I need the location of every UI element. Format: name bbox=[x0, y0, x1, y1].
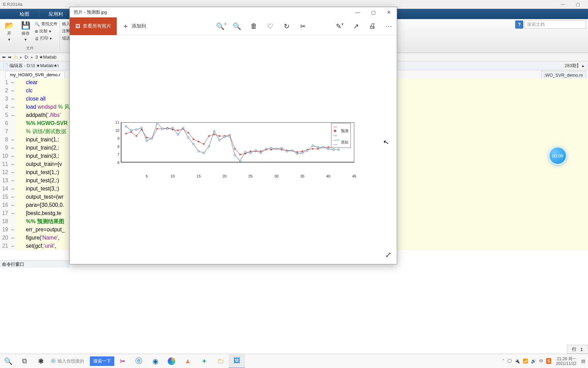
photos-toolbar: 🖼 查看所有照片 ＋ 添加到 🔍+ 🔍- 🗑 ♡ ↻ ✂ ✎ ▾ ↗ 🖨 ⋯ bbox=[70, 17, 397, 35]
status-bar: 行 1 bbox=[567, 345, 588, 354]
insert-button[interactable]: 插入 bbox=[62, 21, 70, 27]
tray-power-icon[interactable]: 🔌 bbox=[514, 358, 520, 364]
chart-plot bbox=[121, 122, 354, 163]
chart: —✱—预测 —○—原始 6789101151015202530354045 bbox=[113, 120, 354, 173]
svg-point-15 bbox=[203, 152, 205, 154]
doc-icon: 📄 bbox=[3, 63, 8, 68]
svg-point-3 bbox=[141, 127, 142, 129]
photos-maximize-button[interactable]: ▢ bbox=[365, 7, 381, 17]
svg-point-30 bbox=[281, 147, 282, 149]
tray-volume-icon[interactable]: 🔊 bbox=[531, 358, 536, 364]
app-ie[interactable]: ⓔ bbox=[131, 354, 147, 368]
svg-point-34 bbox=[301, 152, 303, 154]
photos-minimize-button[interactable]: — bbox=[350, 7, 365, 17]
view-all-photos-button[interactable]: 🖼 查看所有照片 bbox=[70, 17, 117, 35]
recording-timer[interactable]: 00:09 bbox=[549, 147, 567, 165]
svg-point-10 bbox=[177, 134, 179, 135]
open-button[interactable]: 📂开▾ bbox=[2, 21, 16, 42]
delete-button[interactable]: 🗑 bbox=[246, 22, 262, 30]
tray-notifications-icon[interactable]: ▤ bbox=[581, 358, 585, 364]
x-tick: 30 bbox=[274, 174, 278, 178]
ribbon-group-file-label: 文件 bbox=[26, 46, 34, 51]
svg-point-28 bbox=[271, 147, 272, 149]
y-tick: 9 bbox=[114, 136, 119, 140]
compare-button[interactable]: ≣ 比较 ▾ bbox=[35, 28, 58, 34]
svg-point-18 bbox=[218, 139, 220, 141]
svg-point-17 bbox=[213, 130, 215, 132]
svg-point-23 bbox=[244, 151, 246, 153]
search-docs-input[interactable]: 搜索文档 bbox=[525, 20, 586, 29]
svg-point-5 bbox=[151, 138, 153, 139]
app-wechat[interactable]: ✦ bbox=[196, 354, 212, 368]
y-tick: 10 bbox=[114, 128, 119, 133]
photos-window: 照片 - 预测图.jpg — ▢ ✕ 🖼 查看所有照片 ＋ 添加到 🔍+ 🔍- … bbox=[69, 7, 397, 264]
fwd-icon[interactable]: ➡ bbox=[8, 55, 12, 60]
back-icon[interactable]: ⬅ bbox=[2, 55, 6, 60]
svg-point-6 bbox=[156, 122, 158, 124]
tray-ime-icon[interactable]: 中 bbox=[539, 358, 543, 364]
svg-point-14 bbox=[198, 150, 199, 152]
fullscreen-button[interactable]: ⤢ bbox=[385, 250, 391, 259]
app-explorer[interactable]: 🗀 bbox=[212, 354, 229, 368]
edit-button[interactable]: ✎ ▾ bbox=[331, 22, 348, 30]
tray-wifi-icon[interactable]: 📶 bbox=[523, 358, 528, 364]
save-button[interactable]: 💾保存▾ bbox=[18, 21, 33, 42]
app-snip[interactable]: ✂ bbox=[114, 354, 131, 368]
start-button[interactable]: 🔍 bbox=[0, 354, 16, 368]
add-to-button[interactable]: ＋ 添加到 bbox=[117, 17, 151, 35]
svg-point-16 bbox=[208, 145, 210, 147]
svg-point-22 bbox=[239, 160, 241, 162]
app-obs[interactable]: ❃ bbox=[33, 354, 49, 368]
comment-button[interactable]: 注释 bbox=[62, 28, 70, 34]
photos-titlebar[interactable]: 照片 - 预测图.jpg — ▢ ✕ bbox=[70, 7, 397, 17]
app-photos[interactable]: 🖼 bbox=[229, 354, 245, 368]
help-button[interactable]: ? bbox=[515, 20, 523, 29]
tray-sogou-icon[interactable]: S bbox=[546, 358, 551, 364]
path-bar-right[interactable]: 283期】▸ bbox=[563, 62, 586, 70]
editor-tab[interactable]: my_HGWO_SVR_demo.r bbox=[5, 71, 65, 78]
print-button[interactable]: 🖨 bbox=[364, 22, 380, 30]
app-edge[interactable] bbox=[163, 354, 180, 368]
gallery-icon: 🖼 bbox=[75, 24, 80, 29]
svg-point-11 bbox=[182, 127, 184, 129]
minimize-button[interactable]: — bbox=[555, 0, 570, 9]
x-tick: 40 bbox=[326, 174, 330, 178]
find-files-button[interactable]: 🔍 查找文件 bbox=[35, 21, 58, 27]
search-button[interactable]: 搜索一下 bbox=[90, 356, 114, 366]
svg-point-33 bbox=[296, 153, 298, 155]
svg-point-27 bbox=[265, 148, 267, 150]
ribbon-tab-apps[interactable]: 应用利 bbox=[39, 10, 73, 19]
svg-point-40 bbox=[333, 149, 334, 151]
zoom-in-button[interactable]: 🔍+ bbox=[213, 22, 229, 30]
app-matlab[interactable]: ▲ bbox=[180, 354, 196, 368]
zoom-out-button[interactable]: 🔍- bbox=[229, 22, 246, 30]
taskbar-search[interactable]: ⓔ 输入你想搜的 bbox=[49, 358, 90, 364]
command-window-title: 命令行窗口 bbox=[0, 260, 69, 268]
file-tab-right[interactable]: ;WO_SVR_demo.m bbox=[541, 71, 586, 79]
tray-chevron-icon[interactable]: ˄ bbox=[502, 358, 505, 364]
taskbar-clock[interactable]: 21:26 周一 2021/11/22 bbox=[554, 356, 578, 366]
x-tick: 45 bbox=[352, 174, 356, 178]
photos-content: —✱—预测 —○—原始 6789101151015202530354045 ⤢ bbox=[70, 35, 397, 264]
svg-point-38 bbox=[322, 147, 324, 148]
photos-close-button[interactable]: ✕ bbox=[381, 7, 397, 17]
indent-button[interactable]: 缩进 bbox=[62, 35, 70, 41]
ribbon-tab-plot[interactable]: 绘图 bbox=[10, 10, 39, 19]
svg-point-21 bbox=[234, 154, 236, 156]
chart-legend: —✱—预测 —○—原始 bbox=[331, 123, 351, 148]
x-tick: 10 bbox=[170, 174, 175, 178]
y-tick: 6 bbox=[114, 160, 119, 165]
app-chrome[interactable]: ◉ bbox=[147, 354, 163, 368]
plus-icon: ＋ bbox=[122, 21, 129, 31]
favorite-button[interactable]: ♡ bbox=[262, 22, 278, 30]
crop-button[interactable]: ✂ bbox=[295, 22, 311, 30]
print-button[interactable]: 🖨 打印 ▾ bbox=[35, 35, 58, 41]
tray-battery-icon[interactable]: 🖵 bbox=[507, 358, 512, 364]
maximize-button[interactable]: ▢ bbox=[570, 0, 585, 9]
more-button[interactable]: ⋯ bbox=[380, 22, 397, 30]
share-button[interactable]: ↗ bbox=[348, 22, 364, 30]
task-view-button[interactable]: ⧉ bbox=[16, 354, 33, 368]
rotate-button[interactable]: ↻ bbox=[278, 22, 295, 30]
svg-point-32 bbox=[291, 150, 293, 151]
taskbar: 🔍 ⧉ ❃ ⓔ 输入你想搜的 搜索一下 ✂ ⓔ ◉ ▲ ✦ 🗀 🖼 ˄ 🖵 🔌 … bbox=[0, 354, 588, 368]
